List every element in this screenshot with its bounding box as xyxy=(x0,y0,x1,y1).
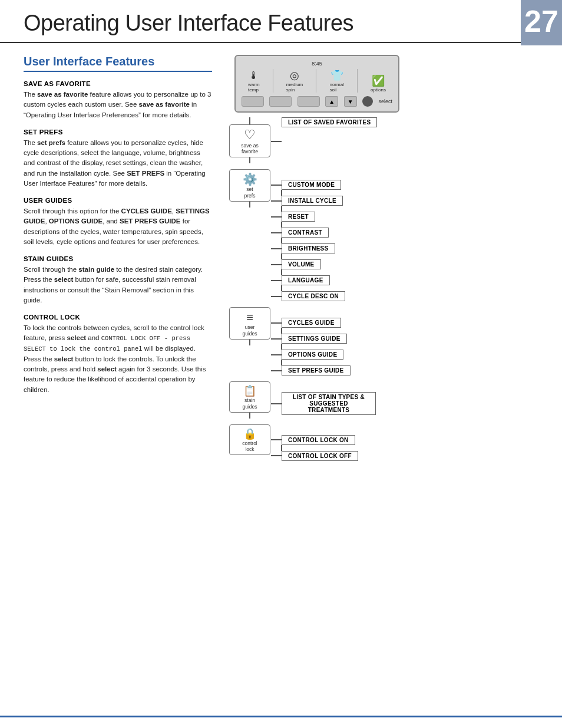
options-label: options xyxy=(371,87,386,93)
subsection-title-setprefs: SET PREFS xyxy=(24,129,212,136)
page-number: 27 xyxy=(521,0,562,45)
stain-guide-icon: 📋 xyxy=(243,386,256,396)
label-cycles-guide: CYCLES GUIDE xyxy=(282,318,341,328)
section-heading: User Interface Features xyxy=(24,55,212,72)
label-reset: RESET xyxy=(282,212,315,222)
spin-icon: ◎ xyxy=(290,70,299,81)
list-icon: ≡ xyxy=(246,311,253,323)
label-volume: VOLUME xyxy=(282,259,321,269)
medium-spin-label: mediumspin xyxy=(286,82,303,93)
user-guides-label: userguides xyxy=(242,324,257,336)
subsection-user-guides: USER GUIDES Scroll through this option f… xyxy=(24,197,212,247)
panel-button-up[interactable]: ▲ xyxy=(325,96,338,107)
feature-box-control-lock: 🔒 controllock xyxy=(229,424,270,455)
subsection-body-setprefs: The set prefs feature allows you to pers… xyxy=(24,138,212,189)
label-stain-types: LIST OF STAIN TYPES &SUGGESTED TREATMENT… xyxy=(282,392,376,415)
label-custom-mode: CUSTOM MODE xyxy=(282,180,341,190)
stain-guides-label: stainguides xyxy=(242,397,257,409)
thermometer-icon: 🌡 xyxy=(249,70,259,81)
diag-stain-guides: 📋 stainguides LIST OF STAIN TYPES &SUGGE… xyxy=(229,381,515,418)
subsection-title-stainguides: STAIN GUIDES xyxy=(24,255,212,262)
select-label: select xyxy=(378,98,392,104)
panel-icon-normal-soil: 👕 normalsoil xyxy=(329,70,343,93)
control-panel-illustration: 8:45 🌡 warmtemp ◎ mediumspin 👕 normalsoi xyxy=(229,55,515,113)
feature-box-user-guides: ≡ userguides xyxy=(229,307,270,339)
feature-box-set-prefs: ⚙️ setprefs xyxy=(229,169,270,201)
diag-set-prefs: ⚙️ setprefs CUSTOM MODE INSTALL CYCLE xyxy=(229,169,515,301)
normal-soil-label: normalsoil xyxy=(329,82,343,93)
set-prefs-label: setprefs xyxy=(244,186,256,198)
panel-button-1[interactable] xyxy=(242,96,264,107)
feature-box-save-as-favorite: ♡ save asfavorite xyxy=(229,124,270,157)
save-as-favorite-label: save asfavorite xyxy=(241,143,258,154)
panel-buttons-row: ▲ ▼ select xyxy=(242,96,392,107)
subsection-body-userguides: Scroll through this option for the CYCLE… xyxy=(24,206,212,247)
panel-time: 8:45 xyxy=(242,61,392,67)
panel-icon-options: ✅ options xyxy=(371,75,386,93)
soil-icon: 👕 xyxy=(330,70,343,81)
label-settings-guide: SETTINGS GUIDE xyxy=(282,334,347,344)
subsection-title-userguides: USER GUIDES xyxy=(24,197,212,204)
page-title: Operating User Interface Features xyxy=(24,11,353,35)
panel-button-down[interactable]: ▼ xyxy=(344,96,357,107)
item-list-saved-favorites: LIST OF SAVED FAVORITES xyxy=(282,117,377,127)
subsection-body-stainguides: Scroll through the stain guide to the de… xyxy=(24,265,212,305)
right-column: 8:45 🌡 warmtemp ◎ mediumspin 👕 normalsoi xyxy=(224,55,562,467)
label-contrast: CONTRAST xyxy=(282,228,329,238)
panel-icon-warm-temp: 🌡 warmtemp xyxy=(248,70,260,93)
subsection-body-controllock: To lock the controls between cycles, scr… xyxy=(24,323,212,395)
label-options-guide: OPTIONS GUIDE xyxy=(282,350,343,360)
diagram-area: ♡ save asfavorite LIST OF SAVED FAVORITE… xyxy=(229,117,515,461)
feature-box-stain-guides: 📋 stainguides xyxy=(229,381,270,412)
wrench-icon: ⚙️ xyxy=(243,173,257,185)
label-language: LANGUAGE xyxy=(282,275,330,285)
heart-icon: ♡ xyxy=(244,129,256,141)
label-list-saved-favorites: LIST OF SAVED FAVORITES xyxy=(282,117,377,127)
subsection-save-as-favorite: SAVE AS FAVORITE The save as favorite fe… xyxy=(24,80,212,120)
panel-button-3[interactable] xyxy=(297,96,320,107)
panel-icons-row: 🌡 warmtemp ◎ mediumspin 👕 normalsoil xyxy=(242,69,392,93)
panel-button-select[interactable] xyxy=(362,96,373,107)
diag-control-lock: 🔒 controllock CONTROL LOCK ON CONTROL LO… xyxy=(229,424,515,461)
diag-user-guides: ≡ userguides CYCLES GUIDE SETTINGS GUIDE xyxy=(229,307,515,375)
label-brightness: BRIGHTNESS xyxy=(282,243,335,253)
label-control-lock-off: CONTROL LOCK OFF xyxy=(282,451,358,461)
label-install-cycle: INSTALL CYCLE xyxy=(282,196,343,206)
options-icon: ✅ xyxy=(372,75,385,86)
control-panel: 8:45 🌡 warmtemp ◎ mediumspin 👕 normalsoi xyxy=(234,55,399,113)
subsection-title-save: SAVE AS FAVORITE xyxy=(24,80,212,87)
lock-icon: 🔒 xyxy=(243,429,256,439)
subsection-set-prefs: SET PREFS The set prefs feature allows y… xyxy=(24,129,212,189)
subsection-stain-guides: STAIN GUIDES Scroll through the stain gu… xyxy=(24,255,212,305)
footer-line xyxy=(0,716,562,717)
content-area: User Interface Features SAVE AS FAVORITE… xyxy=(0,43,562,479)
page-header: Operating User Interface Features xyxy=(0,0,521,43)
left-column: User Interface Features SAVE AS FAVORITE… xyxy=(24,55,224,467)
panel-icon-medium-spin: ◎ mediumspin xyxy=(286,70,303,93)
control-lock-label: controllock xyxy=(242,440,257,452)
items-save-as-favorite: LIST OF SAVED FAVORITES xyxy=(282,117,377,127)
subsection-title-controllock: CONTROL LOCK xyxy=(24,314,212,321)
diag-save-as-favorite: ♡ save asfavorite LIST OF SAVED FAVORITE… xyxy=(229,117,515,163)
warm-temp-label: warmtemp xyxy=(248,82,260,93)
label-set-prefs-guide: SET PREFS GUIDE xyxy=(282,365,351,375)
subsection-control-lock: CONTROL LOCK To lock the controls betwee… xyxy=(24,314,212,395)
subsection-body-save: The save as favorite feature allows you … xyxy=(24,90,212,120)
label-control-lock-on: CONTROL LOCK ON xyxy=(282,435,355,445)
label-cycle-desc-on: CYCLE DESC ON xyxy=(282,291,345,301)
panel-button-2[interactable] xyxy=(269,96,292,107)
